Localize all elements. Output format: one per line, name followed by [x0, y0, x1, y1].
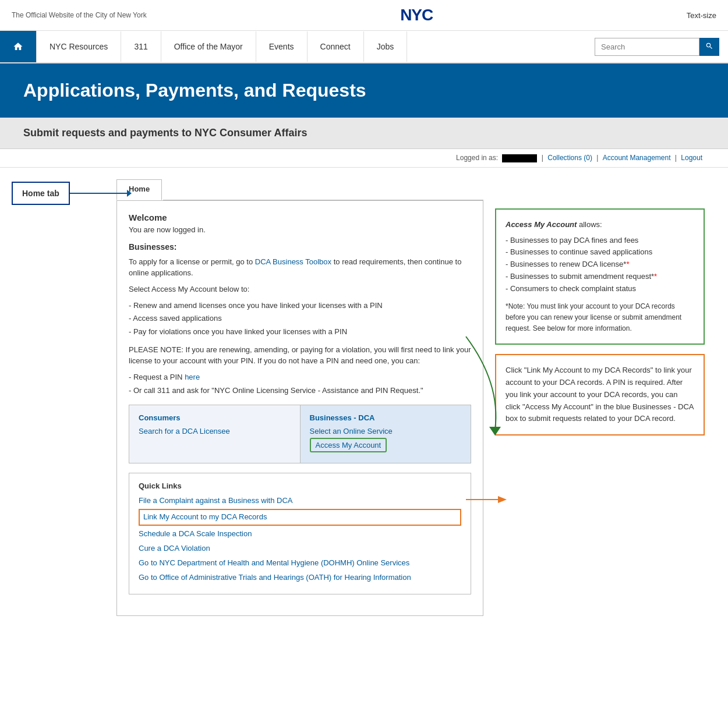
tabs-container: Home [116, 179, 483, 200]
nyc-logo: NYC [400, 6, 433, 24]
businesses-dca-heading: Businesses - DCA [310, 413, 462, 422]
businesses-intro: To apply for a license or permit, go to … [129, 256, 471, 279]
annotation-arrowhead [127, 190, 132, 197]
service-boxes: Consumers Search for a DCA Licensee Busi… [129, 405, 471, 463]
left-content: Home Welcome You are now logged in. Busi… [116, 179, 483, 628]
access-my-account-box: Access My Account allows: Businesses to … [495, 208, 705, 345]
official-text: The Official Website of the City of New … [12, 11, 147, 19]
link-account-box: Click "Link My Account to my DCA Records… [495, 354, 705, 436]
search-dca-licensee-link[interactable]: Search for a DCA Licensee [139, 427, 291, 436]
oath-link[interactable]: Go to Office of Administrative Trials an… [139, 572, 461, 584]
nav-home[interactable] [0, 31, 37, 62]
request-pin-text: - Request a PIN here [129, 371, 471, 383]
dca-toolbox-link[interactable]: DCA Business Toolbox [255, 257, 331, 266]
bullet-1: Renew and amend licenses once you have l… [129, 299, 471, 312]
info-boxes: Access My Account allows: Businesses to … [495, 179, 705, 628]
text-size-button[interactable]: Text-size [687, 11, 716, 20]
access-bullet-3: Businesses to submit amendment request** [506, 271, 694, 283]
search-input[interactable] [595, 38, 699, 56]
businesses-dca-box: Businesses - DCA Select an Online Servic… [301, 405, 471, 463]
welcome-heading: Welcome [129, 213, 471, 222]
login-bar: Logged in as: | Collections (0) | Accoun… [0, 149, 728, 168]
businesses-bullets: Renew and amend licenses once you have l… [129, 299, 471, 338]
home-tab-annotation: Home tab [12, 182, 128, 205]
businesses-section: Businesses: To apply for a license or pe… [129, 242, 471, 396]
tab-content-home: Welcome You are now logged in. Businesse… [116, 200, 483, 617]
access-box-note: *Note: You must link your account to you… [506, 301, 694, 335]
main-nav: NYC Resources 311 Office of the Mayor Ev… [0, 31, 728, 63]
nav-nyc-resources[interactable]: NYC Resources [37, 31, 121, 62]
bullet-3: Pay for violations once you have linked … [129, 325, 471, 338]
cure-violation-link[interactable]: Cure a DCA Violation [139, 543, 461, 555]
schedule-scale-link[interactable]: Schedule a DCA Scale Inspection [139, 528, 461, 540]
svg-marker-0 [489, 427, 501, 436]
link-my-account-link[interactable]: Link My Account to my DCA Records [139, 509, 461, 526]
orange-arrow-svg [466, 476, 513, 523]
nav-office-of-mayor[interactable]: Office of the Mayor [161, 31, 256, 62]
welcome-section: Welcome You are now logged in. [129, 213, 471, 234]
businesses-heading: Businesses: [129, 242, 471, 252]
main-content: Home tab Home Welcome You are now logged… [0, 168, 728, 640]
dohmh-link[interactable]: Go to NYC Department of Health and Menta… [139, 557, 461, 569]
page-title: Applications, Payments, and Requests [23, 80, 705, 101]
access-bullet-2: Businesses to renew DCA license** [506, 259, 694, 271]
logout-link[interactable]: Logout [681, 154, 702, 162]
welcome-message: You are now logged in. [129, 225, 471, 234]
access-bullet-0: Businesses to pay DCA fines and fees [506, 235, 694, 247]
collections-link[interactable]: Collections (0) [547, 154, 592, 162]
top-bar: The Official Website of the City of New … [0, 0, 728, 31]
access-box-title-bold: Access My Account [506, 220, 577, 229]
sub-header: Submit requests and payments to NYC Cons… [0, 118, 728, 149]
access-bullet-4: Consumers to check complaint status [506, 283, 694, 295]
access-box-bullets: Businesses to pay DCA fines and fees Bus… [506, 235, 694, 295]
annotation-arrow-line [70, 193, 128, 194]
select-online-service-link[interactable]: Select an Online Service [310, 427, 462, 436]
quick-links-heading: Quick Links [139, 482, 461, 490]
home-icon [13, 41, 23, 52]
search-button[interactable] [699, 38, 719, 56]
please-note-text: PLEASE NOTE: If you are renewing, amendi… [129, 344, 471, 367]
nav-connect[interactable]: Connect [308, 31, 364, 62]
request-pin-link[interactable]: here [185, 373, 200, 381]
username-redacted [502, 154, 537, 162]
sub-title: Submit requests and payments to NYC Cons… [23, 127, 705, 139]
consumers-box: Consumers Search for a DCA Licensee [129, 405, 301, 463]
select-access-text: Select Access My Account below to: [129, 284, 471, 295]
link-my-account-wrapper: Link My Account to my DCA Records [139, 509, 461, 526]
svg-marker-2 [498, 496, 507, 503]
access-box-title: Access My Account allows: [506, 219, 694, 231]
account-management-link[interactable]: Account Management [603, 154, 671, 162]
bullet-2: Access saved applications [129, 312, 471, 325]
access-bullet-1: Businesses to continue saved application… [506, 246, 694, 259]
logged-in-label: Logged in as: [456, 154, 498, 162]
search-icon [705, 42, 713, 50]
call-311-text: - Or call 311 and ask for "NYC Online Li… [129, 385, 471, 396]
home-tab-label: Home tab [12, 182, 70, 205]
file-complaint-link[interactable]: File a Complaint against a Business with… [139, 495, 461, 507]
nav-events[interactable]: Events [256, 31, 308, 62]
search-area [586, 32, 728, 62]
page-header: Applications, Payments, and Requests [0, 63, 728, 118]
link-account-text: Click "Link My Account to my DCA Records… [506, 364, 694, 425]
quick-links-section: Quick Links File a Complaint against a B… [129, 473, 471, 595]
access-my-account-link[interactable]: Access My Account [310, 438, 387, 452]
nav-311[interactable]: 311 [121, 31, 161, 62]
request-pin-label: - Request a PIN [129, 373, 183, 381]
consumers-heading: Consumers [139, 413, 291, 422]
nav-jobs[interactable]: Jobs [364, 31, 408, 62]
green-arrow-svg [466, 337, 513, 441]
